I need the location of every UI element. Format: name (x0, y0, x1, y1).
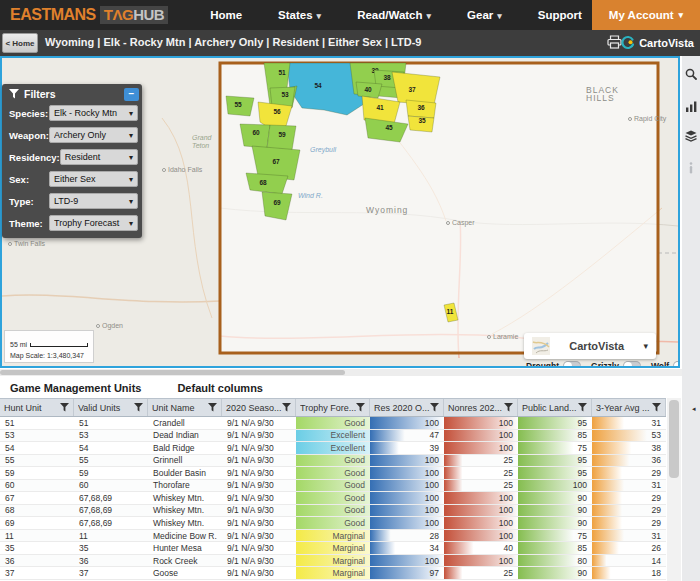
cell-trophy-fore-: Good (296, 455, 370, 467)
cell-nonres-202-: 25 (444, 567, 518, 579)
search-icon[interactable] (682, 62, 700, 86)
toggle-knob (564, 362, 572, 368)
table-row[interactable]: 5959Boulder Basin9/1 N/A 9/30Good1002595… (0, 467, 666, 480)
column-header-2020-seaso-[interactable]: 2020 Seaso... (222, 399, 296, 416)
table-row[interactable]: 3636Rock Creek9/1 N/A 9/30Marginal100100… (0, 555, 666, 568)
cell-unit-name: Rock Creek (148, 555, 222, 567)
minimize-panel-button[interactable]: − (124, 88, 139, 101)
cell-unit-name: Goose (148, 567, 222, 579)
cartovista-brand-text: CartoVista (639, 37, 694, 49)
column-filter-icon[interactable] (652, 403, 661, 412)
cell-res-2020-o-: 100 (370, 517, 444, 529)
column-header-res-2020-o-[interactable]: Res 2020 O... (370, 399, 444, 416)
nav-item-states[interactable]: States▾ (278, 9, 321, 21)
cell-2020-seaso-: 9/1 N/A 9/30 (222, 467, 296, 479)
nav-item-home[interactable]: Home (210, 9, 242, 21)
columns-preset-selector[interactable]: Default columns (177, 382, 263, 394)
hunt-unit-label: 56 (273, 108, 281, 115)
vertical-scrollbar[interactable] (667, 398, 681, 581)
layers-icon[interactable] (682, 124, 700, 148)
column-header-hunt-unit[interactable]: Hunt Unit (0, 399, 74, 416)
table-row[interactable]: 5151Crandell9/1 N/A 9/30Good1001009531 (0, 417, 666, 430)
nav-item-gear[interactable]: Gear▾ (467, 9, 502, 21)
collapse-arrow-icon[interactable]: ◂ (692, 405, 696, 413)
filter-select-species[interactable]: Elk - Rocky Mtn▾ (49, 105, 138, 121)
table-row[interactable]: 5454Bald Ridge9/1 N/A 9/30Excellent39100… (0, 442, 666, 455)
column-filter-icon[interactable] (60, 403, 69, 412)
table-row[interactable]: 5353Dead Indian9/1 N/A 9/30Excellent4710… (0, 430, 666, 443)
cell-nonres-202-: 100 (444, 492, 518, 504)
cell-hunt-unit: 69 (0, 517, 74, 529)
toggle-knob (674, 362, 680, 368)
basemap-selector[interactable]: CartoVista ▾ (524, 333, 656, 359)
table-row[interactable]: 6767,68,69Whiskey Mtn.9/1 N/A 9/30Good10… (0, 492, 666, 505)
cell-3-year-avg-: 29 (592, 492, 666, 504)
cell-trophy-fore-: Good (296, 517, 370, 529)
toggle-group-wolf: Wolf (651, 361, 680, 368)
column-filter-icon[interactable] (208, 403, 217, 412)
filter-select-theme[interactable]: Trophy Forecast▾ (49, 215, 138, 231)
eastmans-taghub-logo[interactable]: EASTMANS TΛGHUB (10, 6, 168, 24)
cell-unit-name: Dead Indian (148, 430, 222, 442)
filter-label: Type: (9, 196, 49, 207)
table-row[interactable]: 5555Grinnell9/1 N/A 9/30Good100259536 (0, 455, 666, 468)
cell-2020-seaso-: 9/1 N/A 9/30 (222, 542, 296, 554)
filter-select-residency[interactable]: Resident▾ (60, 149, 138, 165)
nav-item-support[interactable]: Support (538, 9, 582, 21)
column-header-valid-units[interactable]: Valid Units (74, 399, 148, 416)
cell-valid-units: 59 (74, 467, 148, 479)
cell-hunt-unit: 35 (0, 542, 74, 554)
column-filter-icon[interactable] (356, 403, 365, 412)
column-filter-icon[interactable] (504, 403, 513, 412)
table-row[interactable]: 6867,68,69Whiskey Mtn.9/1 N/A 9/30Good10… (0, 505, 666, 518)
horizontal-scrollbar-thumb[interactable] (0, 370, 345, 375)
drought-toggle[interactable] (563, 361, 581, 368)
toggle-label: Drought (526, 361, 559, 368)
table-row[interactable]: 6967,68,69Whiskey Mtn.9/1 N/A 9/30Good10… (0, 517, 666, 530)
column-label: Res 2020 O... (374, 403, 430, 413)
nav-menu: HomeStates▾Read/Watch▾Gear▾Support (210, 9, 582, 21)
cell-unit-name: Grinnell (148, 455, 222, 467)
cell-hunt-unit: 59 (0, 467, 74, 479)
cell-public-land-: 80 (518, 555, 592, 567)
column-header-trophy-fore-[interactable]: Trophy Fore... (296, 399, 370, 416)
column-filter-icon[interactable] (282, 403, 291, 412)
table-row[interactable]: 1111Medicine Bow R.9/1 N/A 9/30Marginal2… (0, 530, 666, 543)
hunt-unit-label: 54 (314, 82, 322, 89)
column-header-public-land-[interactable]: Public Land... (518, 399, 592, 416)
cartovista-logo[interactable]: CartoVista (620, 35, 694, 50)
column-filter-icon[interactable] (430, 403, 439, 412)
cell-public-land-: 85 (518, 542, 592, 554)
back-home-button[interactable]: < Home (2, 33, 38, 53)
column-filter-icon[interactable] (578, 403, 587, 412)
cell-2020-seaso-: 9/1 N/A 9/30 (222, 442, 296, 454)
wolf-toggle[interactable] (673, 361, 680, 368)
hunt-unit-polygon-60[interactable] (240, 124, 270, 148)
table-row[interactable]: 6060Thorofare9/1 N/A 9/30Good1002510031 (0, 480, 666, 493)
chart-icon[interactable] (682, 94, 700, 118)
filter-select-weapon[interactable]: Archery Only▾ (49, 127, 138, 143)
hunt-unit-polygon-37[interactable] (392, 72, 440, 105)
grizzly-toggle[interactable] (623, 361, 641, 368)
cell-hunt-unit: 60 (0, 480, 74, 492)
filter-label: Species: (9, 108, 49, 119)
table-row[interactable]: 3535Hunter Mesa9/1 N/A 9/30Marginal34408… (0, 542, 666, 555)
cell-public-land-: 85 (518, 430, 592, 442)
filter-select-sex[interactable]: Either Sex▾ (49, 171, 138, 187)
chevron-down-icon: ▾ (129, 153, 133, 162)
column-header-unit-name[interactable]: Unit Name (148, 399, 222, 416)
horizontal-scrollbar[interactable] (0, 369, 682, 376)
column-header-nonres-202-[interactable]: Nonres 202... (444, 399, 518, 416)
cell-public-land-: 95 (518, 455, 592, 467)
vertical-scrollbar-thumb[interactable] (669, 400, 679, 478)
filter-select-type[interactable]: LTD-9▾ (49, 193, 138, 209)
column-filter-icon[interactable] (134, 403, 143, 412)
table-row[interactable]: 3737Goose9/1 N/A 9/30Marginal97259018 (0, 567, 666, 580)
table-title[interactable]: Game Management Units (10, 382, 141, 394)
cell-public-land-: 90 (518, 505, 592, 517)
info-icon[interactable] (682, 156, 700, 180)
my-account-button[interactable]: My Account▾ (592, 0, 700, 30)
nav-item-read-watch[interactable]: Read/Watch▾ (357, 9, 431, 21)
filter-row: Species:Elk - Rocky Mtn▾ (2, 102, 142, 124)
column-header-3-year-avg-[interactable]: 3-Year Avg ... (592, 399, 666, 416)
